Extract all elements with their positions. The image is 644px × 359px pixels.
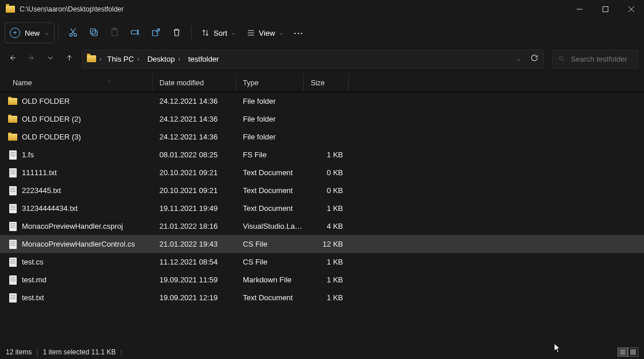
file-date: 21.01.2022 18:16 [153,222,236,230]
file-date: 24.12.2021 14:36 [153,97,236,105]
svg-rect-23 [631,350,632,352]
file-date: 21.01.2022 19:43 [153,240,236,248]
file-icon [9,258,17,267]
folder-icon [8,134,17,141]
chevron-down-icon: ⌵ [232,30,235,36]
address-dropdown[interactable]: ⌵ [517,56,520,62]
file-row[interactable]: 1.fs08.01.2022 08:25FS File1 KB [0,146,644,164]
file-type: Text Document [236,186,304,195]
file-row[interactable]: 2223445.txt20.10.2021 09:21Text Document… [0,182,644,199]
file-icon [9,222,17,231]
breadcrumb-segment[interactable]: Desktop› [145,54,182,65]
navigation-row: › This PC› Desktop› testfolder ⌵ [0,47,644,74]
file-row[interactable]: MonacoPreviewHandler.csproj21.01.2022 18… [0,217,644,235]
details-view-button[interactable] [618,347,628,357]
file-type: VisualStudio.Laun... [236,222,304,230]
file-name: OLD FOLDER (2) [22,115,81,123]
file-size: 1 KB [304,150,349,159]
refresh-button[interactable] [530,54,539,64]
minimize-button[interactable] [566,0,592,18]
close-button[interactable] [618,0,644,18]
file-type: FS File [236,150,304,159]
file-row[interactable]: OLD FOLDER24.12.2021 14:36File folder [0,92,644,110]
thumbnails-view-button[interactable] [628,347,638,357]
search-box[interactable] [552,50,638,69]
plus-icon: + [10,28,20,38]
title-bar: C:\Users\aaron\Desktop\testfolder [0,0,644,18]
sort-label: Sort [214,29,227,37]
address-bar[interactable]: › This PC› Desktop› testfolder ⌵ [82,50,544,69]
maximize-button[interactable] [592,0,618,18]
svg-point-18 [559,56,563,60]
file-size: 1 KB [304,293,349,302]
divider [58,26,59,40]
svg-rect-25 [631,353,632,354]
folder-icon [6,6,15,13]
file-name: 111111.txt [22,168,57,177]
column-name-header[interactable]: Name ˄ [6,74,153,92]
svg-point-5 [74,33,77,36]
chevron-right-icon: › [100,56,101,62]
file-date: 20.10.2021 09:21 [153,168,236,177]
file-row[interactable]: 31234444434.txt19.11.2021 19:49Text Docu… [0,199,644,217]
back-button[interactable] [8,54,17,64]
file-name: OLD FOLDER (3) [22,133,81,141]
column-type-header[interactable]: Type [236,74,304,92]
file-name: test.md [22,275,47,284]
chevron-down-icon: ⌵ [45,30,48,36]
file-size: 1 KB [304,258,349,266]
cut-icon[interactable] [68,27,78,39]
file-name: test.cs [22,258,44,266]
file-icon [9,293,17,303]
svg-point-4 [70,33,73,36]
copy-icon[interactable] [89,27,99,39]
svg-rect-8 [92,31,97,36]
forward-button[interactable] [27,54,36,64]
file-icon [9,150,17,160]
file-type: CS File [236,258,304,266]
file-row[interactable]: MonacoPreviewHandlerControl.cs21.01.2022… [0,235,644,253]
status-bar: 12 items | 1 item selected 11.1 KB | [0,345,644,359]
file-type: File folder [236,97,304,105]
file-name: 2223445.txt [22,186,61,195]
svg-rect-26 [634,353,635,354]
up-button[interactable] [65,54,74,64]
file-row[interactable]: test.cs11.12.2021 08:54CS File1 KB [0,253,644,271]
file-row[interactable]: test.md19.09.2021 11:59Markdown File1 KB [0,271,644,289]
file-size: 4 KB [304,222,349,230]
ellipsis-icon: ··· [294,29,304,37]
delete-icon[interactable] [172,27,182,39]
file-list: OLD FOLDER24.12.2021 14:36File folderOLD… [0,92,644,307]
file-row[interactable]: 111111.txt20.10.2021 09:21Text Document0… [0,164,644,182]
more-button[interactable]: ··· [288,22,310,43]
svg-rect-24 [634,350,635,352]
share-icon[interactable] [151,27,161,39]
view-button[interactable]: View ⌵ [241,22,288,43]
file-row[interactable]: OLD FOLDER (3)24.12.2021 14:36File folde… [0,128,644,146]
breadcrumb-segment[interactable]: testfolder [186,54,221,65]
paste-icon[interactable] [109,27,120,39]
sort-icon [201,28,210,37]
file-type: CS File [236,240,304,248]
file-date: 24.12.2021 14:36 [153,115,236,123]
sort-button[interactable]: Sort ⌵ [195,22,241,43]
search-input[interactable] [571,55,632,63]
file-date: 20.10.2021 09:21 [153,186,236,195]
new-label: New [25,29,40,37]
file-row[interactable]: OLD FOLDER (2)24.12.2021 14:36File folde… [0,110,644,128]
recent-dropdown[interactable] [46,54,55,64]
file-type: Text Document [236,293,304,302]
rename-icon[interactable] [130,27,140,39]
file-name: MonacoPreviewHandler.csproj [22,222,123,230]
folder-icon [8,98,17,105]
file-size: 0 KB [304,186,349,195]
folder-icon [87,55,96,62]
column-headers: Name ˄ Date modified Type Size [0,74,644,92]
column-date-header[interactable]: Date modified [153,74,236,92]
breadcrumb-segment[interactable]: This PC› [105,54,142,65]
window-title: C:\Users\aaron\Desktop\testfolder [20,5,124,13]
file-date: 24.12.2021 14:36 [153,133,236,141]
file-row[interactable]: test.txt19.09.2021 12:19Text Document1 K… [0,289,644,307]
column-size-header[interactable]: Size [304,74,349,92]
new-button[interactable]: + New ⌵ [5,22,55,43]
